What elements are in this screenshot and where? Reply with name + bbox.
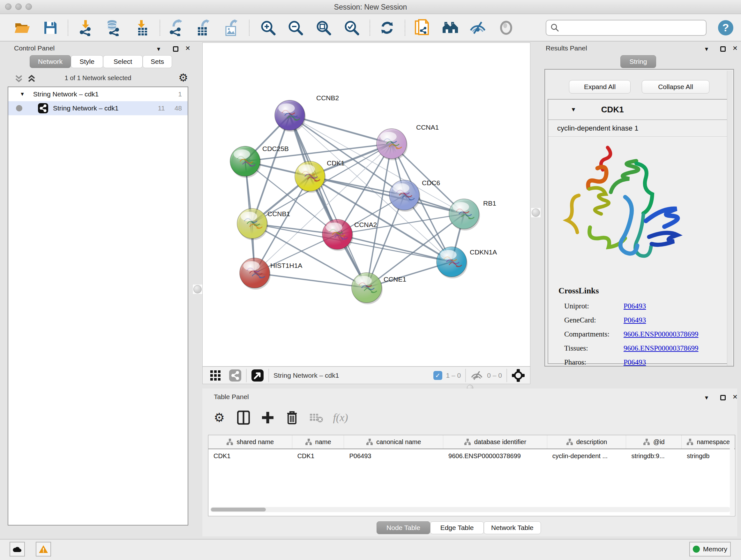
- network-node-CDC6[interactable]: [389, 180, 420, 212]
- search-input[interactable]: [560, 24, 700, 32]
- results-scrollbar[interactable]: [727, 71, 732, 366]
- column-header-namespace[interactable]: namespace: [682, 435, 735, 449]
- table-cell[interactable]: P06493: [344, 449, 443, 462]
- export-network-button[interactable]: [167, 19, 184, 36]
- crosslink-link[interactable]: P06493: [623, 316, 646, 324]
- copy-network-button[interactable]: [414, 19, 430, 36]
- tab-network[interactable]: Network: [30, 55, 71, 68]
- network-options-gear-icon[interactable]: ⚙: [179, 71, 188, 84]
- tab-network-table[interactable]: Network Table: [484, 521, 541, 534]
- network-edge[interactable]: [255, 144, 392, 273]
- import-network-database-button[interactable]: [105, 19, 121, 36]
- network-canvas[interactable]: CCNB2CCNA1CDC25BCDK1CDC6RB1CCNB1CCNA2CDK…: [202, 43, 530, 367]
- crosslink-link[interactable]: 9606.ENSP00000378699: [623, 330, 698, 338]
- table-cell[interactable]: 9606.ENSP00000378699: [443, 449, 547, 462]
- table-cell[interactable]: cyclin-dependent ...: [547, 449, 626, 462]
- open-in-window-icon[interactable]: [251, 369, 264, 382]
- table-options-button[interactable]: ⚙: [212, 410, 226, 425]
- tab-sets[interactable]: Sets: [143, 55, 172, 68]
- birds-eye-view-icon[interactable]: [512, 369, 525, 382]
- table-hscrollbar-thumb[interactable]: [211, 508, 266, 511]
- network-node-CCNA1[interactable]: [377, 129, 408, 160]
- network-collection-row[interactable]: ▼ String Network – cdk1 1: [8, 87, 188, 101]
- cloud-status-button[interactable]: [10, 542, 25, 557]
- delete-column-button[interactable]: [285, 410, 299, 425]
- network-node-RB1[interactable]: [449, 199, 480, 231]
- column-header-shared-name[interactable]: shared name: [208, 435, 292, 449]
- gene-expander-icon[interactable]: ▼: [570, 106, 576, 113]
- save-session-button[interactable]: [42, 19, 59, 36]
- tab-edge-table[interactable]: Edge Table: [430, 521, 484, 534]
- gene-section-header[interactable]: ▼ CDK1: [548, 100, 727, 120]
- results-panel-float-button[interactable]: [720, 46, 726, 52]
- search-field[interactable]: [546, 20, 706, 36]
- collapse-all-button[interactable]: Collapse All: [642, 80, 710, 94]
- network-node-CCNA2[interactable]: [322, 219, 353, 251]
- add-column-button[interactable]: [260, 410, 275, 425]
- zoom-out-button[interactable]: [287, 19, 304, 36]
- tree-expander-icon[interactable]: ▼: [20, 91, 25, 97]
- column-header-name[interactable]: name: [292, 435, 344, 449]
- table-panel-float-button[interactable]: [720, 395, 726, 400]
- crosslink-link[interactable]: 9606.ENSP00000378699: [623, 344, 698, 353]
- column-header--id[interactable]: @id: [626, 435, 682, 449]
- table-row[interactable]: CDK1CDK1P064939606.ENSP00000378699cyclin…: [208, 449, 735, 462]
- refresh-button[interactable]: [379, 19, 395, 36]
- network-edge[interactable]: [252, 224, 452, 262]
- control-panel-menu-arrow[interactable]: ▾: [157, 45, 160, 53]
- network-node-CDK1[interactable]: [295, 161, 326, 193]
- network-edge[interactable]: [310, 176, 464, 214]
- expand-all-button[interactable]: Expand All: [569, 80, 630, 94]
- show-columns-button[interactable]: [236, 410, 251, 425]
- zoom-fit-button[interactable]: [315, 19, 332, 36]
- show-panels-button[interactable]: [442, 19, 459, 36]
- tab-select[interactable]: Select: [103, 55, 143, 68]
- table-vscrollbar[interactable]: [730, 436, 734, 515]
- right-splitter[interactable]: [531, 207, 541, 218]
- grid-view-icon[interactable]: [210, 370, 221, 381]
- network-node-CDKN1A[interactable]: [436, 247, 468, 278]
- crosslink-link[interactable]: P06493: [623, 302, 646, 310]
- network-view-share-icon[interactable]: [229, 369, 242, 382]
- table-cell[interactable]: stringdb: [682, 449, 735, 462]
- open-session-button[interactable]: [14, 19, 30, 36]
- table-cell[interactable]: CDK1: [208, 449, 292, 462]
- tab-node-table[interactable]: Node Table: [377, 521, 430, 534]
- delete-table-button[interactable]: [309, 410, 324, 425]
- tab-string[interactable]: String: [620, 55, 656, 68]
- left-splitter[interactable]: [192, 284, 203, 294]
- import-table-button[interactable]: [134, 19, 151, 36]
- network-node-HIST1H1A[interactable]: [240, 258, 271, 290]
- memory-button[interactable]: Memory: [689, 542, 731, 557]
- network-node-CCNE1[interactable]: [352, 273, 383, 304]
- results-panel-menu-arrow[interactable]: ▾: [705, 45, 708, 53]
- export-image-button[interactable]: [223, 19, 239, 36]
- hide-selected-button[interactable]: [469, 19, 486, 36]
- function-builder-button[interactable]: f(x): [333, 410, 348, 425]
- control-panel-float-button[interactable]: [173, 46, 179, 52]
- tab-style[interactable]: Style: [71, 55, 103, 68]
- warning-button[interactable]: [36, 542, 51, 557]
- column-header-description[interactable]: description: [547, 435, 626, 449]
- crosslink-link[interactable]: P06493: [623, 358, 646, 367]
- show-hidden-button[interactable]: [498, 19, 515, 36]
- table-panel-close-button[interactable]: ✕: [732, 393, 738, 401]
- column-header-database-identifier[interactable]: database identifier: [443, 435, 547, 449]
- selected-nodes-checkbox[interactable]: ✓: [433, 371, 442, 380]
- network-node-CCNB1[interactable]: [237, 208, 268, 240]
- control-panel-close-button[interactable]: ✕: [185, 44, 191, 52]
- help-button[interactable]: ?: [718, 19, 734, 36]
- network-row-selected[interactable]: String Network – cdk1 11 48: [8, 101, 188, 115]
- results-panel-close-button[interactable]: ✕: [732, 44, 738, 52]
- table-hscrollbar[interactable]: [210, 507, 731, 512]
- table-cell[interactable]: stringdb:9...: [626, 449, 682, 462]
- network-node-CDC25B[interactable]: [230, 146, 261, 178]
- network-node-CCNB2[interactable]: [275, 100, 306, 132]
- zoom-in-button[interactable]: [260, 19, 276, 36]
- table-cell[interactable]: CDK1: [292, 449, 344, 462]
- zoom-selected-button[interactable]: [343, 19, 360, 36]
- import-network-file-button[interactable]: [77, 19, 94, 36]
- network-edge[interactable]: [255, 273, 367, 288]
- column-header-canonical-name[interactable]: canonical name: [344, 435, 443, 449]
- export-table-button[interactable]: [195, 19, 211, 36]
